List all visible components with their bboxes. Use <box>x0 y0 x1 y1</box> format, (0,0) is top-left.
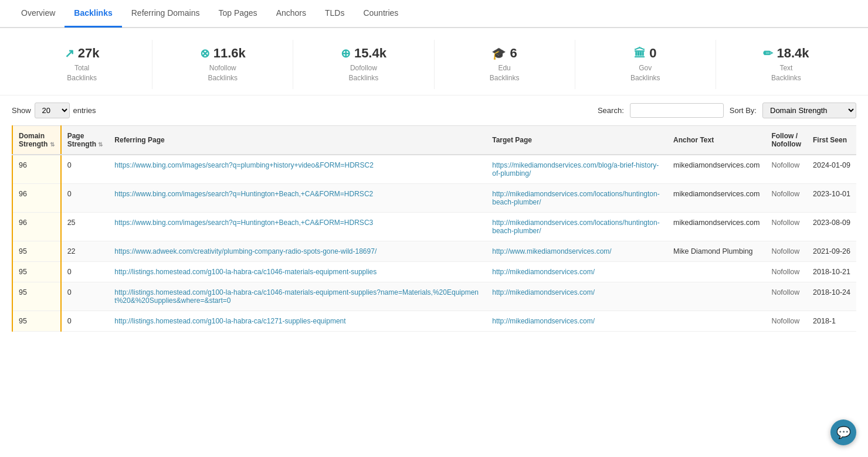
tab-overview[interactable]: Overview <box>12 0 65 28</box>
cell-page-strength: 22 <box>61 241 109 261</box>
cell-anchor-text <box>667 311 765 331</box>
cell-domain-strength: 96 <box>12 155 61 184</box>
cell-target-page[interactable]: http://mikediamondservices.com/ <box>486 282 667 311</box>
stat-value-gov-backlinks: 🏛 0 <box>575 46 716 61</box>
col-header-first-seen: First Seen <box>807 125 856 155</box>
text-backlinks-number: 18.4k <box>777 46 809 61</box>
edu-backlinks-number: 6 <box>510 46 517 61</box>
col-header-page-strength[interactable]: PageStrength ⇅ <box>61 125 109 155</box>
cell-first-seen: 2023-10-01 <box>807 183 856 212</box>
table-row: 960https://www.bing.com/images/search?q=… <box>12 183 856 212</box>
cell-follow-nofollow: Nofollow <box>765 261 807 282</box>
cell-referring-page[interactable]: http://listings.homestead.com/g100-la-ha… <box>108 282 486 311</box>
gov-backlinks-label: GovBacklinks <box>575 63 716 83</box>
link-referring-page[interactable]: https://www.adweek.com/creativity/plumbi… <box>114 247 377 255</box>
table-controls-bar: Show 102050100 entries Search: Sort By: … <box>0 96 868 125</box>
link-referring-page[interactable]: http://listings.homestead.com/g100-la-ha… <box>114 268 377 276</box>
cell-target-page[interactable]: http://www.mikediamondservices.com/ <box>486 241 667 261</box>
stat-dofollow-backlinks: ⊕ 15.4k DofollowBacklinks <box>293 40 434 89</box>
tab-anchors[interactable]: Anchors <box>267 0 316 28</box>
stat-total-backlinks: ↗ 27k TotalBacklinks <box>12 40 152 89</box>
cell-anchor-text <box>667 261 765 282</box>
cell-referring-page[interactable]: https://www.bing.com/images/search?q=Hun… <box>108 183 486 212</box>
dofollow-backlinks-number: 15.4k <box>354 46 386 61</box>
cell-follow-nofollow: Nofollow <box>765 311 807 331</box>
cell-follow-nofollow: Nofollow <box>765 241 807 261</box>
col-header-referring-page: Referring Page <box>108 125 486 155</box>
table-row: 960https://www.bing.com/images/search?q=… <box>12 155 856 184</box>
cell-first-seen: 2018-1 <box>807 311 856 331</box>
cell-referring-page[interactable]: https://www.bing.com/images/search?q=Hun… <box>108 212 486 241</box>
link-referring-page[interactable]: http://listings.homestead.com/g100-la-ha… <box>114 288 479 305</box>
stats-row: ↗ 27k TotalBacklinks ⊗ 11.6k NofollowBac… <box>0 28 868 96</box>
tab-top-pages[interactable]: Top Pages <box>209 0 266 28</box>
stat-value-text-backlinks: ✏ 18.4k <box>716 46 856 61</box>
col-header-follow-nofollow: Follow /Nofollow <box>765 125 807 155</box>
tab-countries[interactable]: Countries <box>354 0 408 28</box>
backlinks-table-wrapper: DomainStrength ⇅PageStrength ⇅Referring … <box>0 125 868 332</box>
stat-value-total-backlinks: ↗ 27k <box>12 46 152 61</box>
gov-backlinks-number: 0 <box>649 46 656 61</box>
text-backlinks-label: TextBacklinks <box>716 63 856 83</box>
stat-edu-backlinks: 🎓 6 EduBacklinks <box>435 40 575 89</box>
link-referring-page[interactable]: https://www.bing.com/images/search?q=Hun… <box>114 219 373 227</box>
table-row: 950http://listings.homestead.com/g100-la… <box>12 282 856 311</box>
cell-anchor-text: mikediamondservices.com <box>667 183 765 212</box>
cell-first-seen: 2023-08-09 <box>807 212 856 241</box>
cell-page-strength: 0 <box>61 282 109 311</box>
table-controls: Show 102050100 entries Search: Sort By: … <box>0 96 868 125</box>
cell-target-page[interactable]: http://mikediamondservices.com/locations… <box>486 183 667 212</box>
col-header-target-page: Target Page <box>486 125 667 155</box>
stat-value-dofollow-backlinks: ⊕ 15.4k <box>293 46 433 61</box>
tab-backlinks[interactable]: Backlinks <box>65 0 121 28</box>
stat-text-backlinks: ✏ 18.4k TextBacklinks <box>716 40 856 89</box>
stats-section: ↗ 27k TotalBacklinks ⊗ 11.6k NofollowBac… <box>0 28 868 96</box>
dofollow-backlinks-label: DofollowBacklinks <box>293 63 433 83</box>
tab-tlds[interactable]: TLDs <box>316 0 354 28</box>
link-target-page[interactable]: http://www.mikediamondservices.com/ <box>492 247 611 255</box>
stat-gov-backlinks: 🏛 0 GovBacklinks <box>575 40 716 89</box>
cell-target-page[interactable]: https://mikediamondservices.com/blog/a-b… <box>486 155 667 184</box>
search-input[interactable] <box>630 103 724 118</box>
cell-anchor-text: mikediamondservices.com <box>667 155 765 184</box>
total-backlinks-number: 27k <box>78 46 100 61</box>
sortby-select[interactable]: Domain StrengthPage StrengthFirst SeenAn… <box>762 103 856 118</box>
sort-icon: ⇅ <box>50 141 55 148</box>
link-referring-page[interactable]: https://www.bing.com/images/search?q=plu… <box>114 161 374 169</box>
col-header-domain-strength[interactable]: DomainStrength ⇅ <box>12 125 61 155</box>
cell-referring-page[interactable]: http://listings.homestead.com/g100-la-ha… <box>108 261 486 282</box>
cell-referring-page[interactable]: https://www.adweek.com/creativity/plumbi… <box>108 241 486 261</box>
sort-icon: ⇅ <box>98 141 103 148</box>
edu-backlinks-label: EduBacklinks <box>435 63 575 83</box>
nofollow-backlinks-label: NofollowBacklinks <box>152 63 293 83</box>
cell-first-seen: 2024-01-09 <box>807 155 856 184</box>
show-entries-select[interactable]: 102050100 <box>35 103 70 118</box>
tab-referring-domains[interactable]: Referring Domains <box>122 0 209 28</box>
stat-value-nofollow-backlinks: ⊗ 11.6k <box>152 46 293 61</box>
link-target-page[interactable]: http://mikediamondservices.com/locations… <box>492 190 659 206</box>
cell-follow-nofollow: Nofollow <box>765 183 807 212</box>
cell-target-page[interactable]: http://mikediamondservices.com/ <box>486 311 667 331</box>
table-row: 950http://listings.homestead.com/g100-la… <box>12 261 856 282</box>
search-label: Search: <box>598 106 624 115</box>
link-target-page[interactable]: http://mikediamondservices.com/ <box>492 268 595 276</box>
link-target-page[interactable]: https://mikediamondservices.com/blog/a-b… <box>492 161 659 178</box>
table-row: 9522https://www.adweek.com/creativity/pl… <box>12 241 856 261</box>
link-target-page[interactable]: http://mikediamondservices.com/locations… <box>492 219 659 235</box>
cell-page-strength: 0 <box>61 261 109 282</box>
cell-follow-nofollow: Nofollow <box>765 282 807 311</box>
link-referring-page[interactable]: https://www.bing.com/images/search?q=Hun… <box>114 190 373 198</box>
cell-domain-strength: 95 <box>12 261 61 282</box>
link-target-page[interactable]: http://mikediamondservices.com/ <box>492 288 595 296</box>
cell-referring-page[interactable]: http://listings.homestead.com/g100-la-ha… <box>108 311 486 331</box>
cell-target-page[interactable]: http://mikediamondservices.com/ <box>486 261 667 282</box>
link-target-page[interactable]: http://mikediamondservices.com/ <box>492 317 595 325</box>
cell-first-seen: 2018-10-21 <box>807 261 856 282</box>
entries-label: entries <box>73 106 96 115</box>
cell-first-seen: 2021-09-26 <box>807 241 856 261</box>
cell-target-page[interactable]: http://mikediamondservices.com/locations… <box>486 212 667 241</box>
cell-page-strength: 0 <box>61 311 109 331</box>
link-referring-page[interactable]: http://listings.homestead.com/g100-la-ha… <box>114 317 345 325</box>
cell-referring-page[interactable]: https://www.bing.com/images/search?q=plu… <box>108 155 486 184</box>
sortby-label: Sort By: <box>730 106 757 115</box>
